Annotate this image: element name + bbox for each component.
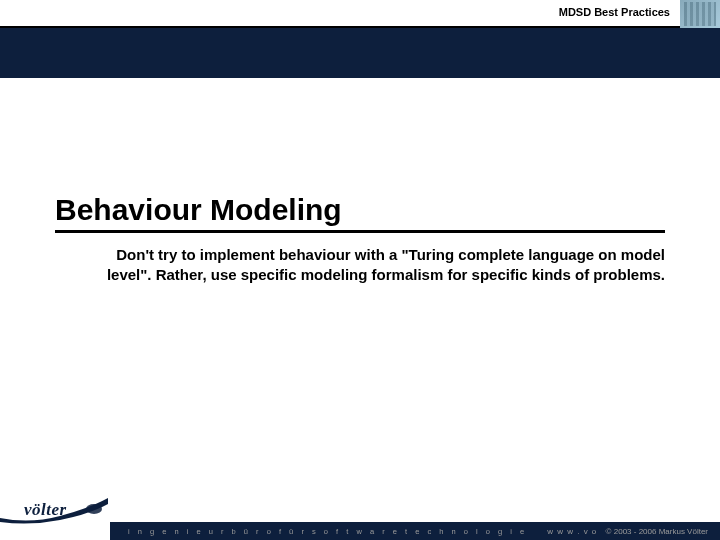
logo-container: völter xyxy=(0,482,110,536)
slide-subtitle: Don't try to implement behaviour with a … xyxy=(55,245,665,286)
header-title: MDSD Best Practices xyxy=(559,6,670,18)
slide-title: Behaviour Modeling xyxy=(55,193,665,233)
footer: völter i n g e n i e u r b ü r o f ü r s… xyxy=(0,482,720,540)
header-bar: MDSD Best Practices xyxy=(0,0,720,28)
logo-text: völter xyxy=(24,500,67,520)
footer-copyright: © 2003 - 2006 Markus Völter xyxy=(606,527,708,536)
dark-banner xyxy=(0,28,720,78)
header-decorative-icon xyxy=(680,0,720,28)
svg-point-0 xyxy=(86,504,102,514)
footer-left-group: i n g e n i e u r b ü r o f ü r s o f t … xyxy=(128,527,597,536)
slide-content: Behaviour Modeling Don't try to implemen… xyxy=(0,78,720,286)
footer-tagline: i n g e n i e u r b ü r o f ü r s o f t … xyxy=(128,527,527,536)
footer-weblink: w w w . v o xyxy=(547,527,597,536)
footer-bar: i n g e n i e u r b ü r o f ü r s o f t … xyxy=(110,522,720,540)
